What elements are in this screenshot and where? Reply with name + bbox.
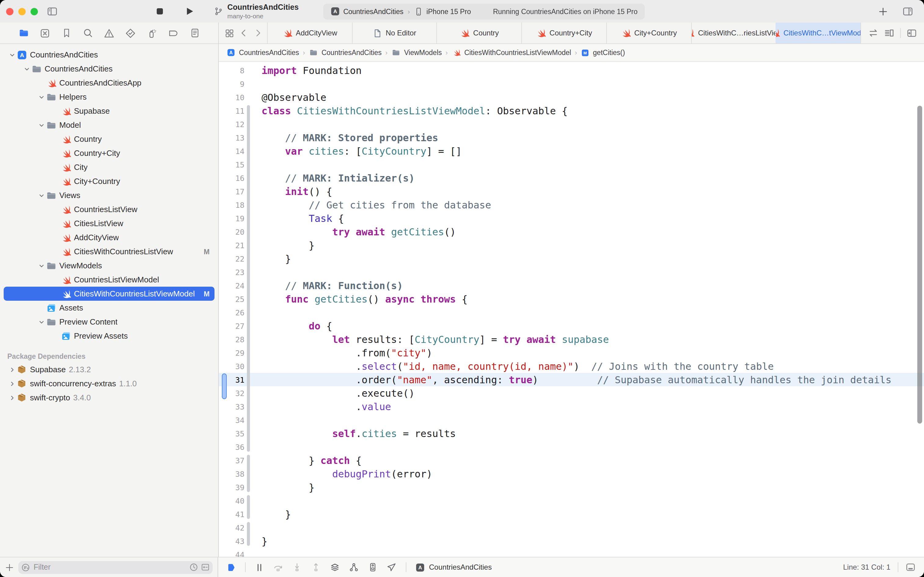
breadcrumb-item[interactable]: ViewModels [391,48,442,58]
code-line-42[interactable]: 42 [219,521,924,534]
navigator-reports-icon[interactable] [188,26,201,40]
tree-item-views[interactable]: Views [4,188,214,202]
code-line-33[interactable]: 33 .value [219,400,924,413]
tree-item-countrieslistviewmodel[interactable]: CountriesListViewModel [4,272,214,287]
chevron-down-icon[interactable] [38,94,45,100]
tree-item-country[interactable]: Country [4,132,214,146]
code-line-26[interactable]: 26 [219,306,924,319]
tree-item-preview-assets[interactable]: Preview Assets [4,329,214,343]
breakpoints-toggle-icon[interactable] [227,562,236,572]
code-line-37[interactable]: 37 } catch { [219,453,924,467]
chevron-right-icon[interactable] [8,395,16,401]
code-line-31[interactable]: 31 .order("name", ascending: true) // Su… [219,373,924,386]
tree-item-country-city[interactable]: Country+City [4,146,214,160]
code-line-27[interactable]: 27 do { [219,319,924,332]
package-swift-concurrency-extras[interactable]: swift-concurrency-extras 1.1.0 [4,377,214,390]
code-line-32[interactable]: 32 .execute() [219,386,924,400]
tree-item-viewmodels[interactable]: ViewModels [4,259,214,272]
tree-item-citieswithcountrieslistviewmodel[interactable]: CitiesWithCountriesListViewModelM [4,287,214,301]
minimize-button[interactable] [18,8,26,15]
breadcrumb-item[interactable]: A CountriesAndCities [226,48,299,58]
tree-item-assets[interactable]: Assets [4,301,214,315]
tree-item-helpers[interactable]: Helpers [4,90,214,104]
tree-item-model[interactable]: Model [4,118,214,132]
editor-tab-citieswithc-tviewmodel[interactable]: CitiesWithC…tViewModel [776,23,860,44]
breadcrumb-item[interactable]: CitiesWithCountriesListViewModel [451,48,571,58]
running-app-chip[interactable]: A CountriesAndCities [415,562,492,572]
navigator-issues-icon[interactable] [102,26,116,40]
minimap-icon[interactable] [884,28,894,38]
breadcrumb-item[interactable]: M getCities() [581,48,625,57]
line-number[interactable]: 21 [219,240,245,250]
code-line-43[interactable]: 43} [219,534,924,548]
line-number[interactable]: 38 [219,469,245,478]
tree-item-supabase[interactable]: Supabase [4,104,214,118]
code-line-22[interactable]: 22 } [219,252,924,265]
code-line-12[interactable]: 12 [219,118,924,131]
editor-tab-country[interactable]: Country [437,23,521,44]
related-items-icon[interactable] [225,28,234,38]
navigator-find-icon[interactable] [81,26,94,40]
code-line-14[interactable]: 14 var cities: [CityCountry] = [] [219,144,924,158]
line-number[interactable]: 12 [219,119,245,129]
line-number[interactable]: 29 [219,348,245,357]
chevron-down-icon[interactable] [38,122,45,128]
chevron-down-icon[interactable] [23,66,31,72]
code-line-36[interactable]: 36 [219,440,924,453]
code-line-11[interactable]: 11class CitiesWithCountriesListViewModel… [219,104,924,118]
focused-change-marker[interactable] [222,374,227,399]
line-number[interactable]: 24 [219,281,245,290]
scheme-selector[interactable]: A CountriesAndCities › iPhone 15 Pro Run… [323,3,645,19]
tree-item-preview-content[interactable]: Preview Content [4,315,214,329]
tree-item-addcityview[interactable]: AddCityView [4,230,214,245]
editor-only-layout-icon[interactable] [906,562,916,572]
line-number[interactable]: 26 [219,308,245,317]
line-number[interactable]: 35 [219,429,245,438]
code-line-8[interactable]: 8import Foundation [219,64,924,77]
editor-tab-no-editor[interactable]: No Editor [352,23,436,44]
back-button[interactable] [240,29,248,37]
code-line-39[interactable]: 39 } [219,480,924,494]
forward-button[interactable] [254,29,262,37]
inspector-toggle-icon[interactable] [900,4,916,19]
chevron-right-icon[interactable] [8,380,16,387]
zoom-button[interactable] [31,8,38,15]
chevron-down-icon[interactable] [8,52,16,58]
sidebar-toggle-icon[interactable] [44,4,60,19]
line-number[interactable]: 39 [219,483,245,492]
line-number[interactable]: 11 [219,106,245,115]
line-number[interactable]: 42 [219,523,245,532]
source-editor[interactable]: 8import Foundation910@Observable11class … [219,62,924,557]
memory-graph-icon[interactable] [368,562,378,572]
run-button[interactable] [181,4,197,19]
line-number[interactable]: 22 [219,254,245,263]
location-icon[interactable] [387,562,397,572]
tree-item-countriesandcities[interactable]: CountriesAndCities [4,62,214,76]
editor-tab-citieswithc-rieslistview[interactable]: CitiesWithC…riesListView [691,23,776,44]
code-line-34[interactable]: 34 [219,413,924,427]
package-swift-crypto[interactable]: swift-crypto 3.4.0 [4,390,214,405]
code-line-18[interactable]: 18 // Get cities from the database [219,198,924,211]
navigator-breakpoints-icon[interactable] [167,26,180,40]
code-line-35[interactable]: 35 self.cities = results [219,427,924,440]
code-line-23[interactable]: 23 [219,265,924,279]
tree-item-citieswithcountrieslistview[interactable]: CitiesWithCountriesListViewM [4,245,214,259]
stop-button[interactable] [151,4,167,19]
line-number[interactable]: 23 [219,268,245,277]
line-number[interactable]: 18 [219,200,245,210]
line-number[interactable]: 19 [219,214,245,223]
navigator-project-icon[interactable] [17,26,30,40]
scheme-app-name[interactable]: CountriesAndCities [343,8,403,15]
add-file-button[interactable] [5,562,14,572]
scheme-device[interactable]: iPhone 15 Pro [427,8,471,15]
editor-tab-addcityview[interactable]: AddCityView [267,23,352,44]
pause-icon[interactable] [255,562,264,572]
navigator-source-control-icon[interactable] [38,26,52,40]
code-line-16[interactable]: 16 // MARK: Intializer(s) [219,171,924,185]
code-review-icon[interactable] [868,28,878,38]
line-number[interactable]: 17 [219,187,245,196]
add-editor-icon[interactable] [907,28,917,38]
code-line-40[interactable]: 40 [219,494,924,507]
line-number[interactable]: 40 [219,496,245,505]
code-line-15[interactable]: 15 [219,158,924,171]
